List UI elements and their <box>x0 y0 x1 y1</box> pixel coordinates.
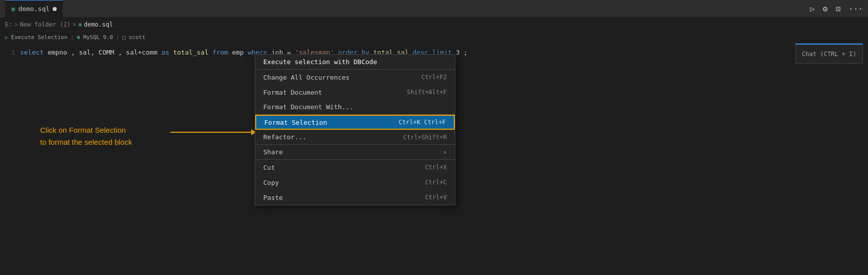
kw-select: select <box>20 49 44 56</box>
breadcrumb-folder[interactable]: New folder (2) <box>20 21 71 28</box>
code-empno: empno <box>48 49 71 56</box>
annotation-text: Click on Format Selection to format the … <box>40 124 132 148</box>
menu-share-arrow: › <box>443 149 447 156</box>
menu-format-document-shortcut: Shift+Alt+F <box>407 89 447 96</box>
menu-format-selection-shortcut: Ctrl+K Ctrl+F <box>399 119 446 126</box>
title-bar-actions: ▷ ⚙ ⊡ ··· <box>810 4 863 14</box>
menu-copy-shortcut: Ctrl+C <box>425 179 447 186</box>
db-version-label[interactable]: MySQL 9.0 <box>83 34 113 41</box>
menu-item-cut[interactable]: Cut Ctrl+X <box>255 160 455 175</box>
tab-label: demo.sql <box>18 5 50 13</box>
menu-change-occurrences-shortcut: Ctrl+F2 <box>421 74 447 81</box>
menu-item-execute-dbcode[interactable]: Execute selection with DBCode <box>255 55 455 70</box>
breadcrumb-file[interactable]: demo.sql <box>84 21 113 28</box>
menu-copy-label: Copy <box>263 179 279 186</box>
title-bar: ≡ demo.sql ▷ ⚙ ⊡ ··· <box>0 0 868 18</box>
annotation-arrow <box>170 132 253 133</box>
more-icon[interactable]: ··· <box>848 4 863 14</box>
code-sal-comm: sal+comm <box>126 49 161 56</box>
menu-item-change-occurrences[interactable]: Change All Occurrences Ctrl+F2 <box>255 70 455 85</box>
menu-paste-shortcut: Ctrl+V <box>425 194 447 201</box>
menu-item-refactor[interactable]: Refactor... Ctrl+Shift+R <box>255 130 455 145</box>
menu-format-document-label: Format Document <box>263 89 322 96</box>
tab-modified-dot <box>53 7 57 11</box>
settings-icon[interactable]: ⚙ <box>823 4 828 14</box>
menu-item-format-document-with[interactable]: Format Document With... <box>255 100 455 115</box>
code-emp: emp <box>232 49 248 56</box>
context-menu: Execute selection with DBCode Change All… <box>255 54 455 205</box>
code-comma2: , <box>118 49 122 56</box>
code-3: 3 ; <box>456 49 467 56</box>
run-icon[interactable]: ▷ <box>810 4 815 14</box>
breadcrumb: E: > New folder (2) > ≡ demo.sql <box>0 18 868 32</box>
separator-2: | <box>116 34 119 41</box>
chat-panel[interactable]: Chat (CTRL + I) <box>795 44 863 64</box>
breadcrumb-drive[interactable]: E: <box>5 21 12 28</box>
code-sal: sal, <box>79 49 94 56</box>
kw-from: from <box>213 49 228 56</box>
menu-change-occurrences-label: Change All Occurrences <box>263 74 350 81</box>
menu-item-copy[interactable]: Copy Ctrl+C <box>255 175 455 190</box>
annotation-line1: Click on Format Selection <box>40 124 132 136</box>
menu-item-share[interactable]: Share › <box>255 145 455 160</box>
breadcrumb-chevron-1: > <box>14 21 18 28</box>
annotation-line2: to format the selected block <box>40 136 132 148</box>
user-label: scott <box>129 34 145 41</box>
tab-demo-sql[interactable]: ≡ demo.sql <box>5 0 63 18</box>
separator-1: | <box>71 34 74 41</box>
menu-cut-label: Cut <box>263 164 275 171</box>
mysql-icon: ⊛ <box>77 34 80 41</box>
menu-format-selection-label: Format Selection <box>264 119 327 126</box>
menu-refactor-shortcut: Ctrl+Shift+R <box>403 134 447 141</box>
user-icon: □ <box>122 34 126 41</box>
layout-icon[interactable]: ⊡ <box>835 4 840 14</box>
sql-file-icon: ≡ <box>78 21 82 28</box>
menu-paste-label: Paste <box>263 194 283 201</box>
menu-item-paste[interactable]: Paste Ctrl+V <box>255 190 455 205</box>
code-comm: COMM <box>99 49 118 56</box>
code-total-sal: total_sal <box>173 49 212 56</box>
chat-panel-label: Chat (CTRL + I) <box>802 51 856 58</box>
menu-format-document-with-label: Format Document With... <box>263 103 354 111</box>
menu-item-format-selection[interactable]: Format Selection Ctrl+K Ctrl+F <box>255 115 455 130</box>
line-number-1: 1 <box>0 49 20 56</box>
execute-label[interactable]: Execute Selection <box>11 34 68 41</box>
sub-bar: ▷ Execute Selection | ⊛ MySQL 9.0 | □ sc… <box>0 32 868 44</box>
menu-refactor-label: Refactor... <box>263 133 306 141</box>
menu-cut-shortcut: Ctrl+X <box>425 164 447 171</box>
kw-as: as <box>161 49 169 56</box>
breadcrumb-chevron-2: > <box>73 21 76 28</box>
execute-play-icon: ▷ <box>5 35 8 40</box>
sql-icon: ≡ <box>11 5 15 13</box>
menu-execute-dbcode-label: Execute selection with DBCode <box>263 58 377 66</box>
menu-share-label: Share <box>263 148 283 156</box>
code-comma1: , <box>71 49 75 56</box>
menu-item-format-document[interactable]: Format Document Shift+Alt+F <box>255 85 455 100</box>
